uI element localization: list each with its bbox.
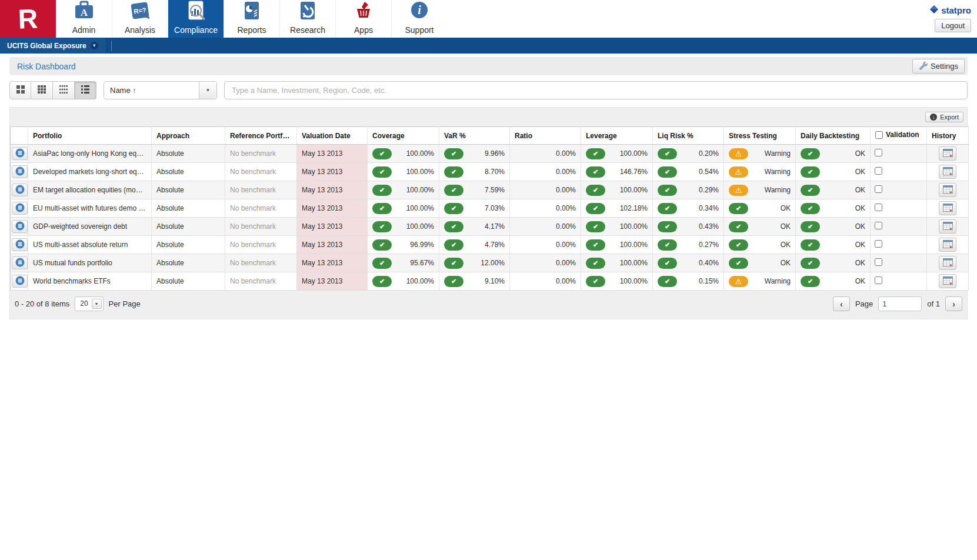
nav-tab-compliance[interactable]: Compliance <box>168 0 224 38</box>
row-menu-button[interactable] <box>12 165 28 178</box>
header-stress-testing[interactable]: Stress Testing <box>724 127 796 145</box>
nav-tab-label: Research <box>290 25 325 35</box>
row-menu-button[interactable] <box>12 202 28 215</box>
view-large-grid-button[interactable] <box>9 81 31 99</box>
portfolio-name: GDP-weighted sovereign debt <box>33 222 127 231</box>
leverage-value: 100.00% <box>620 241 648 249</box>
sort-dropdown[interactable]: Name ↑ ▼ <box>104 81 217 99</box>
logout-button[interactable]: Logout <box>935 19 971 32</box>
table-row: GDP-weighted sovereign debt Absolute No … <box>11 218 969 236</box>
leverage-status-pill <box>586 203 605 214</box>
row-menu-button[interactable] <box>12 256 28 269</box>
reference-portfolio-value: No benchmark <box>230 149 276 158</box>
validation-checkbox[interactable] <box>875 204 882 211</box>
sort-chevron-down-icon[interactable]: ▼ <box>199 82 216 99</box>
header-portfolio[interactable]: Portfolio <box>28 127 152 145</box>
small-grid-icon <box>59 85 68 96</box>
statpro-diamond-icon <box>929 5 939 16</box>
header-daily-backtesting[interactable]: Daily Backtesting <box>796 127 871 145</box>
portfolio-name: US mutual funds portfolio <box>33 259 112 267</box>
validation-checkbox[interactable] <box>875 240 882 248</box>
select-all-validation-checkbox[interactable] <box>875 131 883 139</box>
validation-checkbox[interactable] <box>875 258 882 266</box>
row-menu-button[interactable] <box>12 275 28 288</box>
history-button[interactable] <box>939 183 956 197</box>
portfolio-name: World benchmarks ETFs <box>33 277 111 285</box>
view-list-button[interactable] <box>75 81 96 99</box>
export-button[interactable]: ↓ Export <box>925 112 963 122</box>
portfolio-name: Developed markets long-short equity <box>33 168 148 176</box>
view-small-grid-button[interactable] <box>53 81 75 99</box>
reference-portfolio-value: No benchmark <box>230 222 276 231</box>
nav-tab-apps[interactable]: Apps <box>335 0 391 38</box>
history-button[interactable] <box>939 165 956 179</box>
history-calendar-icon <box>943 276 953 286</box>
daily-backtesting-label: OK <box>855 222 865 231</box>
nav-tab-support[interactable]: i Support <box>391 0 447 38</box>
nav-tab-research[interactable]: Research <box>279 0 335 38</box>
daily-backtesting-status-pill <box>801 239 820 251</box>
header-var[interactable]: VaR % <box>439 127 510 145</box>
history-button[interactable] <box>939 219 956 234</box>
previous-page-button[interactable]: ‹ <box>833 296 850 311</box>
daily-backtesting-label: OK <box>855 277 865 285</box>
header-approach[interactable]: Approach <box>152 127 225 145</box>
header-reference-portfolio[interactable]: Reference Portfolio <box>225 127 297 145</box>
leverage-status-pill <box>586 276 605 287</box>
statpro-logo-text: statpro <box>941 5 971 15</box>
coverage-value: 100.00% <box>406 186 434 194</box>
validation-checkbox[interactable] <box>875 149 882 156</box>
validation-checkbox[interactable] <box>875 276 882 284</box>
settings-button[interactable]: Settings <box>912 59 965 74</box>
search-input[interactable] <box>224 81 968 99</box>
row-menu-icon <box>15 166 25 178</box>
daily-backtesting-status-pill <box>801 276 820 287</box>
history-button[interactable] <box>939 256 956 270</box>
history-button[interactable] <box>939 201 956 215</box>
approach-value: Absolute <box>156 241 184 249</box>
page-title[interactable]: Risk Dashboard <box>17 62 76 71</box>
approach-value: Absolute <box>156 204 184 212</box>
valuation-date-value: May 13 2013 <box>302 186 342 194</box>
var-value: 4.17% <box>485 222 505 231</box>
header-liq-risk[interactable]: Liq Risk % <box>653 127 724 145</box>
header-coverage[interactable]: Coverage <box>368 127 439 145</box>
liq-risk-value: 0.34% <box>699 204 719 212</box>
history-button[interactable] <box>939 274 956 288</box>
header-ratio[interactable]: Ratio <box>510 127 581 145</box>
row-menu-button[interactable] <box>12 147 28 160</box>
header-leverage[interactable]: Leverage <box>581 127 653 145</box>
header-valuation-date[interactable]: Valuation Date <box>297 127 368 145</box>
row-menu-button[interactable] <box>12 184 28 196</box>
row-menu-button[interactable] <box>12 220 28 233</box>
view-medium-grid-button[interactable] <box>31 81 53 99</box>
row-menu-button[interactable] <box>12 238 28 251</box>
valuation-date-value: May 13 2013 <box>302 241 342 249</box>
nav-tab-reports[interactable]: Reports <box>224 0 279 38</box>
table-row: EU multi-asset with futures demo v… Abso… <box>11 199 969 218</box>
validation-checkbox[interactable] <box>875 167 882 175</box>
stress-testing-label: Warning <box>765 186 791 194</box>
portfolio-name: EM target allocation equities (model … <box>33 186 152 194</box>
var-status-pill <box>444 148 464 159</box>
page-number-input[interactable] <box>878 296 922 311</box>
table-row: World benchmarks ETFs Absolute No benchm… <box>11 272 969 291</box>
history-button[interactable] <box>939 238 956 252</box>
liq-risk-value: 0.20% <box>699 149 719 158</box>
history-calendar-icon <box>943 222 953 232</box>
app-logo[interactable]: R <box>0 0 56 38</box>
validation-checkbox[interactable] <box>875 222 882 229</box>
subnav-tab-ucits-global-exposure[interactable]: UCITS Global Exposure ▼ <box>0 38 105 54</box>
results-panel: ↓ Export Portfolio Approach Reference Po… <box>9 107 968 319</box>
chevron-down-icon[interactable]: ▼ <box>91 42 98 49</box>
per-page-chevron-down-icon[interactable]: ▼ <box>92 299 102 309</box>
var-status-pill <box>444 185 464 196</box>
history-button[interactable] <box>939 146 956 161</box>
validation-checkbox[interactable] <box>875 185 882 193</box>
next-page-button[interactable]: › <box>945 296 962 311</box>
nav-tab-admin[interactable]: A Admin <box>56 0 112 38</box>
portfolio-name: US multi-asset absolute return <box>33 241 128 249</box>
daily-backtesting-label: OK <box>855 204 865 212</box>
per-page-select[interactable]: 20 ▼ <box>75 296 103 311</box>
nav-tab-analysis[interactable]: R=? Analysis <box>112 0 168 38</box>
